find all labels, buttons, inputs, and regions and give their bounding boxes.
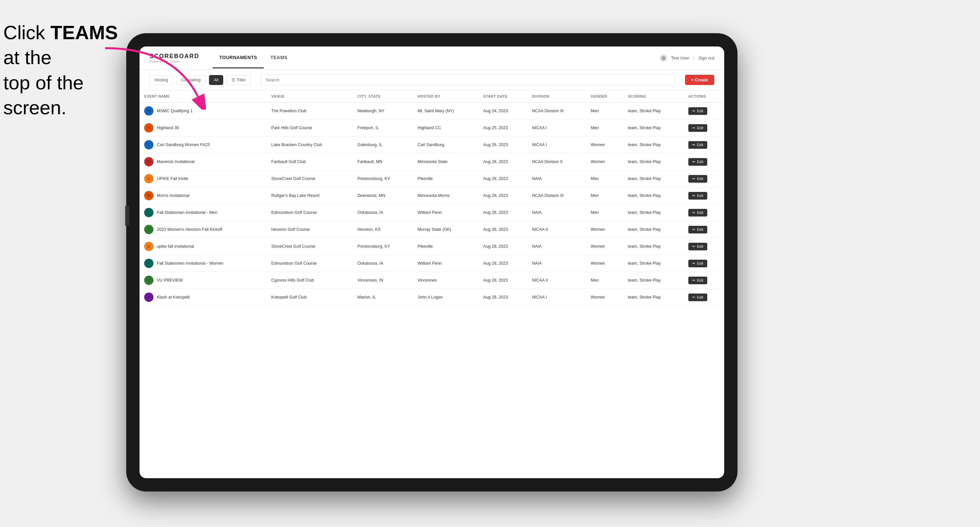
header-row: EVENT NAME VENUE CITY, STATE HOSTED BY S… [140, 90, 724, 103]
nav-right: ⚙ Test User | Sign out [660, 54, 714, 62]
edit-label: Edit [697, 109, 703, 113]
cell-city-state: Prestonsburg, KY [353, 170, 413, 187]
cell-division: NICAA II [527, 221, 586, 238]
col-hosted-by: HOSTED BY [413, 90, 479, 103]
tablet-side-handle [125, 206, 129, 226]
cell-actions: ✏ Edit [684, 103, 724, 119]
cell-hosted-by: Pikeville [413, 170, 479, 187]
edit-button[interactable]: ✏ Edit [688, 294, 707, 301]
cell-venue: Kokopelli Golf Club [267, 289, 353, 306]
cell-division: NCAA Division II [527, 153, 586, 170]
gear-icon[interactable]: ⚙ [660, 54, 667, 62]
event-logo: 2 [144, 225, 153, 234]
search-input[interactable] [261, 75, 675, 85]
cell-venue: Park Hills Golf Course [267, 119, 353, 137]
cell-scoring: team, Stroke Play [623, 119, 684, 137]
edit-button[interactable]: ✏ Edit [688, 243, 707, 251]
tablet-screen: SCOREBOARD Powered by clippit TOURNAMENT… [140, 46, 724, 478]
tab-tournaments[interactable]: TOURNAMENTS [213, 48, 264, 68]
sign-out-link[interactable]: Sign out [698, 56, 714, 60]
cell-start-date: Aug 28, 2023 [479, 272, 528, 289]
edit-label: Edit [697, 177, 703, 181]
cell-start-date: Aug 24, 2023 [479, 103, 528, 119]
cell-gender: Women [586, 153, 623, 170]
cell-start-date: Aug 28, 2023 [479, 170, 528, 187]
cell-start-date: Aug 28, 2023 [479, 221, 528, 238]
cell-scoring: team, Stroke Play [623, 153, 684, 170]
edit-button[interactable]: ✏ Edit [688, 209, 707, 216]
cell-scoring: team, Stroke Play [623, 221, 684, 238]
edit-label: Edit [697, 227, 703, 232]
cell-venue: StoneCrest Golf Course [267, 238, 353, 255]
cell-hosted-by: Minnesota-Morris [413, 187, 479, 204]
cell-venue: Hesston Golf Course [267, 221, 353, 238]
col-scoring: SCORING [623, 90, 684, 103]
table-row: U upike fall invitational StoneCrest Gol… [140, 238, 724, 255]
table-row: M Morris Invitational Ruttger's Bay Lake… [140, 187, 724, 204]
cell-event-name: M Morris Invitational [140, 187, 267, 204]
cell-gender: Men [586, 272, 623, 289]
table-row: M Maverick Invitational Faribault Golf C… [140, 153, 724, 170]
cell-scoring: team, Stroke Play [623, 204, 684, 221]
event-name-text: Fall Statesmen Invitational - Women [157, 261, 224, 266]
edit-button[interactable]: ✏ Edit [688, 158, 707, 166]
edit-label: Edit [697, 143, 703, 147]
table-body: M MSMC Qualifying 1 The Powelton Club Ne… [140, 103, 724, 306]
cell-actions: ✏ Edit [684, 137, 724, 153]
toolbar: Hosting Competing All ☰ Filter + Create [140, 70, 724, 90]
edit-pencil-icon: ✏ [692, 295, 695, 300]
tablet-frame: SCOREBOARD Powered by clippit TOURNAMENT… [126, 33, 738, 492]
cell-gender: Women [586, 255, 623, 272]
edit-button[interactable]: ✏ Edit [688, 107, 707, 115]
cell-venue: Lake Bracken Country Club [267, 137, 353, 153]
cell-event-name: 2 2023 Women's Hesston Fall Kickoff [140, 221, 267, 238]
filter-button[interactable]: ☰ Filter [227, 75, 251, 85]
create-button[interactable]: + Create [685, 75, 714, 85]
instruction-arrow [93, 43, 206, 110]
edit-button[interactable]: ✏ Edit [688, 175, 707, 183]
edit-button[interactable]: ✏ Edit [688, 124, 707, 132]
event-logo: M [144, 157, 153, 167]
instruction-teams-bold: TEAMS [51, 22, 118, 43]
cell-event-name: K Klash at Kokopelli [140, 289, 267, 306]
cell-start-date: Aug 28, 2023 [479, 187, 528, 204]
event-name-text: Maverick Invitational [157, 159, 194, 164]
edit-label: Edit [697, 211, 703, 214]
cell-gender: Men [586, 187, 623, 204]
nav-tabs: TOURNAMENTS TEAMS [213, 48, 660, 68]
col-start-date: START DATE [479, 90, 528, 103]
event-logo: H [144, 123, 153, 132]
cell-gender: Men [586, 204, 623, 221]
event-logo: K [144, 292, 153, 302]
edit-pencil-icon: ✏ [692, 261, 695, 266]
edit-label: Edit [697, 261, 703, 265]
edit-button[interactable]: ✏ Edit [688, 192, 707, 200]
edit-button[interactable]: ✏ Edit [688, 260, 707, 267]
cell-actions: ✏ Edit [684, 204, 724, 221]
edit-pencil-icon: ✏ [692, 160, 695, 164]
edit-button[interactable]: ✏ Edit [688, 276, 707, 284]
cell-division: NAIA [527, 204, 586, 221]
col-gender: GENDER [586, 90, 623, 103]
cell-event-name: F Fall Statesmen Invitational - Men [140, 204, 267, 221]
cell-scoring: team, Stroke Play [623, 255, 684, 272]
filter-icon: ☰ [232, 78, 235, 83]
cell-city-state: Deerwood, MN [353, 187, 413, 204]
cell-event-name: M Maverick Invitational [140, 153, 267, 170]
event-logo: F [144, 208, 153, 217]
event-name-text: Highland 36 [157, 125, 179, 130]
edit-button[interactable]: ✏ Edit [688, 141, 707, 149]
cell-gender: Men [586, 170, 623, 187]
cell-event-name: U UPIKE Fall Invite [140, 170, 267, 187]
cell-venue: Edmundson Golf Course [267, 255, 353, 272]
tab-teams[interactable]: TEAMS [264, 48, 294, 68]
cell-gender: Women [586, 289, 623, 306]
cell-division: NAIA [527, 255, 586, 272]
table-row: F Fall Statesmen Invitational - Men Edmu… [140, 204, 724, 221]
edit-label: Edit [697, 126, 703, 130]
edit-button[interactable]: ✏ Edit [688, 226, 707, 233]
event-logo: U [144, 174, 153, 183]
edit-pencil-icon: ✏ [692, 244, 695, 249]
all-button[interactable]: All [209, 75, 223, 85]
cell-actions: ✏ Edit [684, 153, 724, 170]
